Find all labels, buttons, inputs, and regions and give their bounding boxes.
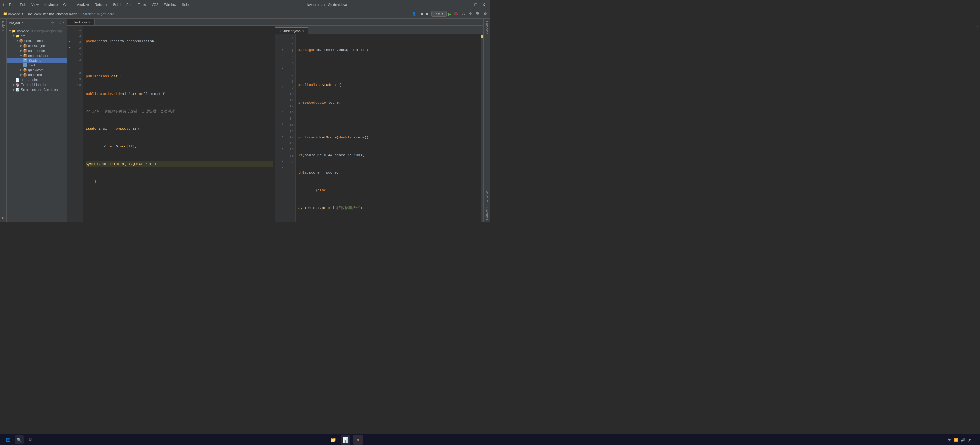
fold-13[interactable]: ▲ xyxy=(280,108,285,115)
expand-icon: ▼ xyxy=(8,29,12,33)
fold-3[interactable]: ▼ xyxy=(280,47,285,53)
method-icon: m xyxy=(97,13,100,16)
menu-build[interactable]: Build xyxy=(110,2,123,8)
run-button[interactable]: ▶ xyxy=(448,11,451,16)
tree-classobject[interactable]: ▶ 📦 classObject xyxy=(7,43,67,48)
gear-button[interactable]: ⚙ xyxy=(482,11,488,16)
collapse-button[interactable]: ◀ xyxy=(1,215,6,221)
user-button[interactable]: 👤 xyxy=(411,11,418,16)
breadcrumb-encapsulation[interactable]: encapsulation xyxy=(56,12,77,16)
tree-external-libs[interactable]: ▶ 📚 External Libraries xyxy=(7,82,67,87)
tree-root[interactable]: ▼ 📁 oop-app D:\code\javasepro\oop xyxy=(7,29,67,33)
forward-button[interactable]: ▶ xyxy=(425,11,430,16)
student-code-area[interactable]: ⚠ xyxy=(275,34,483,223)
tree-encapsulation[interactable]: ▼ 📦 encapsulation xyxy=(7,53,67,58)
favorites-label[interactable]: Favorites xyxy=(484,205,489,223)
gutter-run-3[interactable]: ▶ xyxy=(67,38,72,44)
quickstart-expand-icon: ▶ xyxy=(19,68,23,72)
warn-gutter-6 xyxy=(275,65,280,71)
fold-15[interactable]: ▼ xyxy=(280,121,285,127)
breadcrumb-itheima[interactable]: itheima xyxy=(43,12,54,16)
tab-student-java[interactable]: J Student.java ✕ xyxy=(275,27,309,34)
tree-iml[interactable]: 📄 oop-app.iml xyxy=(7,77,67,82)
tree-scratches[interactable]: ▶ 📝 Scratches and Consoles xyxy=(7,87,67,92)
menu-refactor[interactable]: Refactor xyxy=(92,2,110,8)
settings-button[interactable]: ⚙ xyxy=(468,11,473,16)
panel-close-btn[interactable]: ✕ xyxy=(62,21,65,25)
menu-help[interactable]: Help xyxy=(180,2,191,8)
menu-analyze[interactable]: Analyze xyxy=(75,2,92,8)
breadcrumb-getscore[interactable]: m getScore xyxy=(97,12,114,16)
menu-navigate[interactable]: Navigate xyxy=(42,2,60,8)
tree-quickstart[interactable]: ▶ 📦 quickstart xyxy=(7,67,67,72)
gutter-5 xyxy=(67,51,72,57)
window-title: javapromax - Student.java xyxy=(307,3,347,6)
minimize-button[interactable]: — xyxy=(463,2,471,7)
database-label[interactable]: Database xyxy=(484,19,489,37)
folder-icon: 📁 xyxy=(3,12,8,16)
tree-student-label: Student xyxy=(29,59,41,62)
test-code-content[interactable]: package com.itheima.encapsulation; publi… xyxy=(83,25,275,223)
panel-collapse-btn[interactable]: — xyxy=(54,21,58,25)
breadcrumb-src[interactable]: src xyxy=(27,12,32,16)
coverage-button[interactable]: 🛡 xyxy=(461,11,466,16)
breadcrumb-com[interactable]: com xyxy=(34,12,41,16)
close-button[interactable]: ✕ xyxy=(480,2,487,7)
gutter-run-4[interactable]: ▶ xyxy=(67,44,72,51)
tree-test[interactable]: C Test xyxy=(7,63,67,67)
fold-1[interactable] xyxy=(280,34,285,41)
fold-21[interactable]: ▲ xyxy=(280,158,285,164)
tree-src[interactable]: ▼ 📁 src xyxy=(7,33,67,38)
panel-actions: ⟳ — ⚙ ✕ xyxy=(51,21,65,25)
menu-tools[interactable]: Tools xyxy=(135,2,148,8)
warning-icon-1: ⚠ xyxy=(277,36,279,39)
run-config-selector[interactable]: Test ▼ xyxy=(431,11,447,17)
iml-icon: 📄 xyxy=(16,78,20,82)
test-line-2 xyxy=(86,56,272,62)
fold-6[interactable]: ▼ xyxy=(280,65,285,71)
fold-8 xyxy=(280,78,285,84)
debug-button[interactable]: 🐞 xyxy=(453,11,460,16)
menu-vcs[interactable]: VCS xyxy=(149,2,161,8)
tab-close-student[interactable]: ✕ xyxy=(302,29,304,33)
toolbar-right: 👤 ◀ ▶ Test ▼ ▶ 🐞 🛡 ⚙ 🔍 ⚙ xyxy=(411,11,488,17)
maximize-button[interactable]: □ xyxy=(473,2,479,7)
search-button[interactable]: 🔍 xyxy=(474,11,481,16)
menu-code[interactable]: Code xyxy=(60,2,74,8)
student-code-content[interactable]: package com.itheima.encapsulation; publi… xyxy=(296,34,481,223)
fold-22[interactable]: ▲ xyxy=(280,164,285,170)
menu-window[interactable]: Window xyxy=(161,2,178,8)
scratches-icon: 📝 xyxy=(16,87,20,92)
menu-file[interactable]: File xyxy=(6,2,17,8)
scrollbar-right[interactable] xyxy=(481,34,483,223)
tab-test-java[interactable]: J Test.java ✕ xyxy=(67,19,95,25)
panel-sync-btn[interactable]: ⟳ xyxy=(51,21,54,25)
right-side-panel: Database Structure Favorites xyxy=(483,19,490,223)
chevron-down-icon: ▼ xyxy=(21,13,24,15)
project-side-label[interactable]: Project xyxy=(1,19,6,33)
test-gutter: ▶ ▶ xyxy=(67,25,72,223)
menu-edit[interactable]: Edit xyxy=(18,2,28,8)
menu-run[interactable]: Run xyxy=(124,2,135,8)
tree-test-label: Test xyxy=(29,63,35,67)
student-line-10: System.out.println("数据非法~"); xyxy=(298,205,478,211)
warn-gutter-7 xyxy=(275,71,280,78)
fold-19[interactable]: ▼ xyxy=(280,146,285,152)
breadcrumb-student[interactable]: C Student xyxy=(80,12,95,16)
panel-settings-btn[interactable]: ⚙ xyxy=(59,21,62,25)
tab-close-test[interactable]: ✕ xyxy=(88,21,91,24)
extlib-expand-icon: ▶ xyxy=(12,83,16,87)
structure-label[interactable]: Structure xyxy=(484,187,489,205)
tree-com-itheima[interactable]: ▼ 📦 com.itheima xyxy=(7,38,67,43)
test-code-area[interactable]: ▶ ▶ 12345 678910 xyxy=(67,25,275,223)
project-dropdown[interactable]: 📁 oop-app ▼ xyxy=(2,11,25,16)
main-layout: Project ◀ Project ▼ ⟳ — ⚙ ✕ ▼ 📁 oop-app … xyxy=(0,19,490,223)
tree-constructor[interactable]: ▶ 📦 constructor xyxy=(7,48,67,53)
tree-student[interactable]: C Student xyxy=(7,58,67,63)
com-expand-icon: ▼ xyxy=(16,39,19,43)
menu-view[interactable]: View xyxy=(29,2,41,8)
fold-9[interactable]: ▼ xyxy=(280,84,285,90)
back-button[interactable]: ◀ xyxy=(419,11,424,16)
fold-17[interactable]: ▲ xyxy=(280,133,285,139)
tree-thisdemo[interactable]: ▶ 📦 thisdemo xyxy=(7,72,67,77)
